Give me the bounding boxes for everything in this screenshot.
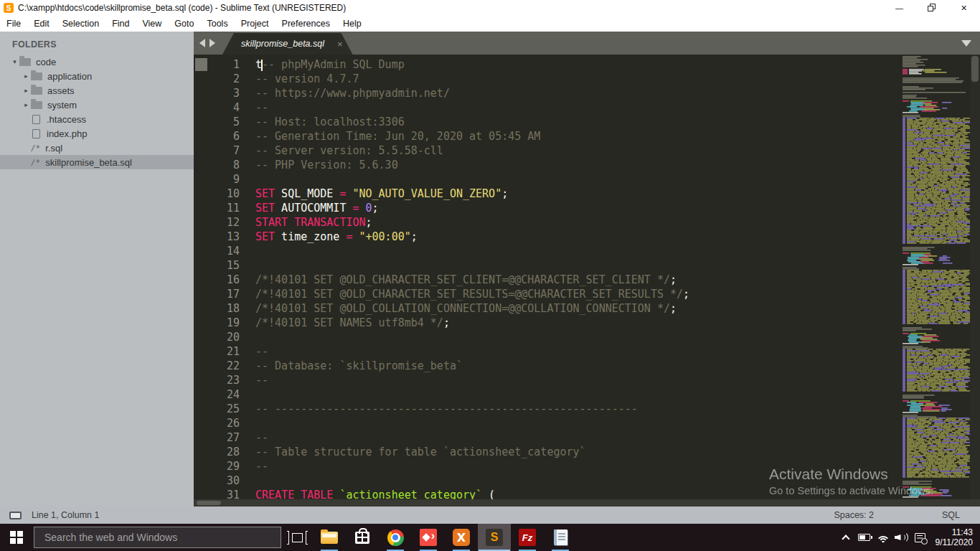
- close-button[interactable]: ✕: [948, 0, 980, 16]
- vertical-scrollbar-thumb[interactable]: [971, 56, 979, 82]
- restore-button[interactable]: [915, 0, 948, 16]
- code-line[interactable]: 3-- https://www.phpmyadmin.net/: [194, 86, 901, 100]
- code-line[interactable]: 5-- Host: localhost:3306: [194, 115, 901, 129]
- code-line[interactable]: 10SET SQL_MODE = "NO_AUTO_VALUE_ON_ZERO"…: [194, 187, 901, 201]
- xampp-button[interactable]: X: [445, 524, 478, 551]
- sidebar-item-label: assets: [47, 85, 75, 96]
- sidebar-item-assets[interactable]: ▸assets: [0, 83, 194, 98]
- line-number: 4: [194, 100, 240, 115]
- code-line[interactable]: 22-- Database: `skillpromise_beta`: [194, 359, 901, 373]
- minimap[interactable]: [901, 55, 970, 499]
- code-view[interactable]: 1t-- phpMyAdmin SQL Dump2-- version 4.7.…: [194, 57, 901, 507]
- code-line[interactable]: 16/*!40101 SET @OLD_CHARACTER_SET_CLIENT…: [194, 273, 901, 287]
- code-line[interactable]: 19/*!40101 SET NAMES utf8mb4 */;: [194, 316, 901, 330]
- line-content: -- version 4.7.7: [255, 72, 359, 86]
- chevron-up-icon[interactable]: [837, 524, 855, 551]
- sql-file-icon: /*: [31, 158, 40, 167]
- sidebar-item-skillpromise-beta-sql[interactable]: /*skillpromise_beta.sql: [0, 155, 194, 169]
- sidebar-item-r-sql[interactable]: /*r.sql: [0, 141, 194, 155]
- indentation-setting[interactable]: Spaces: 2: [834, 510, 874, 520]
- minimize-button[interactable]: —: [883, 0, 915, 16]
- vertical-scrollbar[interactable]: [970, 55, 980, 507]
- code-line[interactable]: 13SET time_zone = "+00:00";: [194, 230, 901, 244]
- menu-item-edit[interactable]: Edit: [27, 16, 56, 32]
- sublime-text-button[interactable]: S: [478, 524, 511, 551]
- menu-item-view[interactable]: View: [136, 16, 168, 32]
- task-view-button[interactable]: [281, 524, 313, 551]
- line-number: 8: [194, 158, 240, 172]
- code-line[interactable]: 27--: [194, 430, 901, 445]
- sql-file-icon: /*: [31, 143, 40, 153]
- sidebar-item-system[interactable]: ▸system: [0, 98, 194, 112]
- code-line[interactable]: 7-- Server version: 5.5.58-cll: [194, 143, 901, 158]
- file-explorer-icon: [321, 532, 338, 544]
- taskbar-clock[interactable]: 11:43 9/11/2020: [930, 527, 980, 547]
- clock-time: 11:43: [936, 527, 974, 537]
- taskbar-search[interactable]: [34, 527, 281, 548]
- menu-item-project[interactable]: Project: [235, 16, 275, 32]
- code-line[interactable]: 8-- PHP Version: 5.6.30: [194, 158, 901, 172]
- code-line[interactable]: 9: [194, 172, 901, 187]
- tab-skillpromise-beta-sql[interactable]: skillpromise_beta.sql ×: [222, 33, 353, 55]
- code-line[interactable]: 12START TRANSACTION;: [194, 215, 901, 230]
- cursor-position: Line 1, Column 1: [32, 510, 100, 520]
- horizontal-scrollbar[interactable]: [194, 499, 980, 507]
- red-diamond-app-button[interactable]: [412, 524, 445, 551]
- xampp-icon: X: [453, 529, 470, 546]
- nav-right-arrow-icon[interactable]: [209, 39, 215, 47]
- notepad-button[interactable]: [544, 524, 577, 551]
- tab-close-icon[interactable]: ×: [337, 39, 343, 50]
- action-center-icon[interactable]: [911, 524, 930, 551]
- line-content: --: [255, 100, 268, 115]
- code-line[interactable]: 14: [194, 244, 901, 258]
- overflow-dropdown-icon[interactable]: [961, 40, 980, 47]
- code-line[interactable]: 18/*!40101 SET @OLD_COLLATION_CONNECTION…: [194, 301, 901, 316]
- volume-icon[interactable]: [892, 524, 911, 551]
- code-line[interactable]: 4--: [194, 100, 901, 115]
- syntax-mode[interactable]: SQL: [942, 510, 960, 520]
- file-explorer-button[interactable]: [313, 524, 346, 551]
- menu-item-selection[interactable]: Selection: [56, 16, 105, 32]
- code-line[interactable]: 21--: [194, 344, 901, 359]
- sidebar-item-code[interactable]: ▾code: [0, 55, 194, 69]
- taskbar: XSFz 11:43 9/11/2020: [0, 524, 980, 551]
- code-line[interactable]: 6-- Generation Time: Jun 20, 2020 at 05:…: [194, 129, 901, 143]
- code-line[interactable]: 29--: [194, 459, 901, 474]
- line-number: 29: [194, 459, 240, 474]
- menu-item-file[interactable]: File: [0, 16, 27, 32]
- line-number: 30: [194, 474, 240, 488]
- code-line[interactable]: 11SET AUTOCOMMIT = 0;: [194, 201, 901, 215]
- panel-toggle-icon[interactable]: [9, 512, 22, 519]
- windows-store-button[interactable]: [346, 524, 379, 551]
- sidebar-item--htaccess[interactable]: .htaccess: [0, 112, 194, 126]
- code-line[interactable]: 1t-- phpMyAdmin SQL Dump: [194, 57, 901, 72]
- menu-item-goto[interactable]: Goto: [168, 16, 200, 32]
- code-line[interactable]: 25-- -----------------------------------…: [194, 402, 901, 416]
- sidebar-item-application[interactable]: ▸application: [0, 69, 194, 83]
- menu-item-preferences[interactable]: Preferences: [275, 16, 336, 32]
- red-diamond-app-icon: [420, 529, 437, 546]
- code-line[interactable]: 15: [194, 258, 901, 273]
- horizontal-scrollbar-thumb[interactable]: [197, 501, 221, 505]
- start-button[interactable]: [0, 524, 33, 551]
- chrome-button[interactable]: [379, 524, 412, 551]
- filezilla-button[interactable]: Fz: [511, 524, 544, 551]
- menu-item-tools[interactable]: Tools: [200, 16, 234, 32]
- code-line[interactable]: 28-- Table structure for table `actionsh…: [194, 445, 901, 459]
- nav-left-arrow-icon[interactable]: [199, 39, 205, 47]
- code-line[interactable]: 20: [194, 330, 901, 344]
- menu-item-help[interactable]: Help: [336, 16, 368, 32]
- code-line[interactable]: 24: [194, 387, 901, 402]
- wifi-icon[interactable]: [874, 524, 892, 551]
- line-content: SET AUTOCOMMIT = 0;: [255, 201, 379, 215]
- code-line[interactable]: 23--: [194, 373, 901, 387]
- sidebar-item-index-php[interactable]: index.php: [0, 126, 194, 141]
- code-line[interactable]: 2-- version 4.7.7: [194, 72, 901, 86]
- code-line[interactable]: 17/*!40101 SET @OLD_CHARACTER_SET_RESULT…: [194, 287, 901, 301]
- battery-icon[interactable]: [855, 524, 874, 551]
- code-line[interactable]: 26: [194, 416, 901, 430]
- menu-item-find[interactable]: Find: [105, 16, 136, 32]
- code-line[interactable]: 30: [194, 474, 901, 488]
- chrome-icon: [387, 529, 404, 546]
- search-input[interactable]: [34, 532, 281, 543]
